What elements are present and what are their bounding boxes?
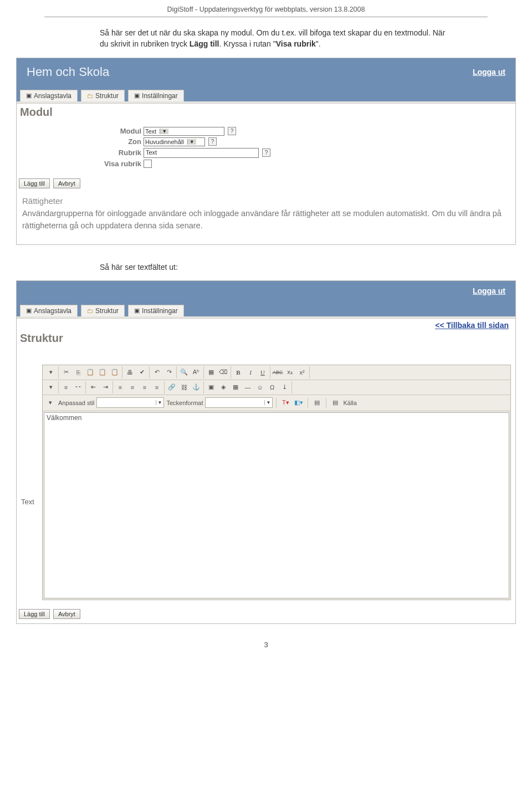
intro-text-c: . Kryssa i rutan " [219,39,276,48]
editor-side-label: Text [21,365,42,506]
folder-icon: 🗀 [87,308,93,314]
logout-link[interactable]: Logga ut [473,68,505,76]
replace-icon[interactable]: Aᵇ [191,367,202,378]
format-select[interactable]: ▼ [205,397,273,408]
style-label: Anpassad stil [58,400,94,406]
cancel-button[interactable]: Avbryt [53,178,80,188]
link-icon[interactable]: 🔗 [166,382,177,393]
removeformat-icon[interactable]: ⌫ [218,367,229,378]
rights-block: Rättigheter Användargrupperna för oinlog… [17,193,515,244]
paste-icon[interactable]: 📋 [85,367,96,378]
help-icon[interactable]: ? [262,149,270,157]
strike-icon[interactable]: ABC [272,367,283,378]
smiley-icon[interactable]: ☺ [254,382,265,393]
source-icon[interactable]: ▤ [330,397,341,408]
bgcolor-icon[interactable]: ◧▾ [293,397,304,408]
label-zon: Zon [28,137,144,146]
help-icon[interactable]: ? [228,127,236,135]
select-modul[interactable]: Text ▼ [144,127,224,136]
add-button[interactable]: Lägg till [19,609,50,619]
redo-icon[interactable]: ↷ [163,367,175,378]
tab-label: Anslagstavla [34,92,71,100]
copy-icon[interactable]: ⎘ [73,367,84,378]
tab-struktur[interactable]: 🗀Struktur [81,305,125,316]
divider [44,17,488,17]
unlink-icon[interactable]: ⛓ [178,382,190,393]
board-icon: ▣ [26,92,32,99]
bold-icon[interactable]: B [233,367,244,378]
numbered-list-icon[interactable]: ≡ [60,382,71,393]
screenshot-text-editor: Logga ut ▣Anslagstavla 🗀Struktur ▣Instäl… [16,280,516,624]
anchor-icon[interactable]: ⚓ [191,382,202,393]
rich-text-editor: ▾ ✂ ⎘ 📋 📋 📋 🖶 ✔ ↶ ↷ [42,365,511,600]
expand-icon[interactable]: ▾ [45,397,56,408]
rights-title: Rättigheter [22,196,510,206]
table-icon[interactable]: ▦ [230,382,241,393]
subscript-icon[interactable]: x₂ [284,367,295,378]
spellcheck-icon[interactable]: ✔ [136,367,147,378]
tab-installningar[interactable]: ▣Inställningar [128,90,184,101]
module-form: Modul Text ▼ ? Zon Huvudinnehåll ▼ ? Rub… [17,123,515,174]
print-icon[interactable]: 🖶 [124,367,135,378]
select-zon[interactable]: Huvudinnehåll ▼ [144,137,205,146]
undo-icon[interactable]: ↶ [151,367,162,378]
label-modul: Modul [28,127,144,135]
underline-icon[interactable]: U [257,367,268,378]
tab-struktur[interactable]: 🗀Struktur [81,90,125,101]
style-select[interactable]: ▼ [96,397,164,408]
editor-content-area[interactable]: Välkommen [44,412,509,598]
pagebreak-icon[interactable]: ⤓ [279,382,290,393]
tab-label: Anslagstavla [34,307,71,315]
label-rubrik: Rubrik [28,149,144,157]
select-modul-value: Text [145,128,156,135]
paste-text-icon[interactable]: 📋 [97,367,108,378]
superscript-icon[interactable]: x² [296,367,308,378]
tab-anslagstavla[interactable]: ▣Anslagstavla [20,90,78,101]
tab-anslagstavla[interactable]: ▣Anslagstavla [20,305,78,316]
cut-icon[interactable]: ✂ [60,367,71,378]
cancel-button[interactable]: Avbryt [53,609,80,619]
find-icon[interactable]: 🔍 [178,367,190,378]
chevron-down-icon: ▼ [160,129,168,134]
intro-bold-2: Visa rubrik [276,39,316,48]
align-left-icon[interactable]: ≡ [115,382,126,393]
back-link[interactable]: << Tillbaka till sidan [435,321,509,330]
paste-word-icon[interactable]: 📋 [109,367,120,378]
bullet-list-icon[interactable]: ⁃⁃ [73,382,84,393]
page-number: 3 [11,641,521,649]
button-row-2: Lägg till Avbryt [17,605,515,623]
help-icon[interactable]: ? [208,137,217,146]
align-right-icon[interactable]: ≡ [139,382,150,393]
image-icon[interactable]: ▣ [206,382,217,393]
specialchar-icon[interactable]: Ω [267,382,278,393]
chevron-down-icon: ▼ [156,400,164,405]
italic-icon[interactable]: I [245,367,256,378]
select-zon-value: Huvudinnehåll [145,139,184,145]
app-header-2: Logga ut [17,281,515,301]
align-justify-icon[interactable]: ≡ [151,382,162,393]
expand-icon[interactable]: ▾ [45,367,57,378]
align-center-icon[interactable]: ≡ [127,382,138,393]
input-rubrik[interactable]: Text [144,148,259,158]
indent-icon[interactable]: ⇥ [100,382,111,393]
outdent-icon[interactable]: ⇤ [88,382,99,393]
mid-text: Så här ser textfältet ut: [100,262,449,273]
checkbox-visa-rubrik[interactable] [144,160,152,168]
tab-installningar[interactable]: ▣Inställningar [128,305,184,316]
section-title-modul: Modul [17,104,515,123]
flash-icon[interactable]: ◈ [218,382,229,393]
textcolor-icon[interactable]: T▾ [280,397,291,408]
hr-icon[interactable]: ― [242,382,253,393]
rights-text: Användargrupperna för oinloggade använda… [22,207,510,232]
board-icon: ▣ [26,307,32,314]
intro-text-e: ". [316,39,321,48]
expand-icon[interactable]: ▾ [45,382,57,393]
templates-icon[interactable]: ▤ [311,397,323,408]
selectall-icon[interactable]: ▦ [206,367,217,378]
tab-label: Inställningar [142,92,178,100]
intro-bold-1: Lägg till [190,39,219,48]
tab-label: Struktur [95,307,119,315]
settings-icon: ▣ [134,92,140,99]
add-button[interactable]: Lägg till [19,178,50,188]
logout-link[interactable]: Logga ut [473,286,505,295]
